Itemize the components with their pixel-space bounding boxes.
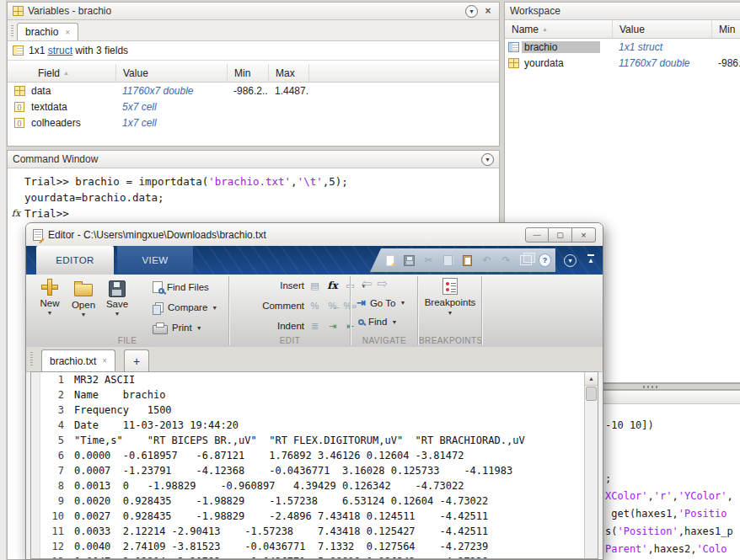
code-line[interactable]: 60.0000 -0.618957 -6.87121 1.76892 3.461…	[31, 448, 598, 463]
undo-icon[interactable]: ↶	[480, 254, 493, 267]
breakpoints-section-label: BREAKPOINTS	[419, 336, 481, 345]
breakpoint-alley[interactable]	[31, 493, 40, 509]
new-document-tab[interactable]: +	[124, 349, 149, 371]
editor-title-bar[interactable]: Editor - C:\Users\mingxue\Downloads\brac…	[26, 223, 603, 246]
open-button[interactable]: Open▼	[67, 278, 100, 330]
window-controls: — ▢ ×	[525, 227, 596, 243]
insert-fx-icon[interactable]: fx	[325, 279, 340, 292]
breakpoint-alley[interactable]	[31, 509, 40, 524]
breakpoint-alley[interactable]	[31, 433, 40, 448]
docstrip-grip[interactable]	[30, 352, 33, 365]
table-row[interactable]: yourdata11760x7 double-986.2...	[505, 55, 740, 71]
new-script-icon[interactable]	[383, 254, 396, 267]
command-window-body[interactable]: Trial>> brachio = importdata('brachio.tx…	[8, 168, 499, 221]
struct-link[interactable]: struct	[48, 45, 72, 56]
struct-icon	[508, 42, 519, 52]
insert-row[interactable]: Insert ▤ fx ▭ ▼	[230, 279, 367, 292]
indent-right-icon[interactable]: ⇥	[325, 319, 340, 333]
tab-view[interactable]: VIEW	[117, 246, 193, 275]
cut-icon[interactable]: ✂	[422, 254, 435, 267]
breakpoint-alley[interactable]	[31, 387, 40, 403]
save-icon[interactable]	[403, 254, 416, 267]
panel-close-icon[interactable]	[482, 5, 494, 17]
code-line[interactable]: 3Frequency 1500	[31, 403, 598, 418]
maximize-button[interactable]: ▢	[549, 227, 572, 243]
code-line[interactable]: 110.0033 2.12214 -2.90413 -1.57238 7.434…	[31, 524, 598, 539]
code-line[interactable]: 130.0047 2.12214 -3.20783 -0.0436771 5.8…	[31, 554, 598, 559]
splitter-grip-icon[interactable]	[643, 386, 658, 388]
code-line[interactable]: 70.0007 -1.23791 -4.12368 -0.0436771 3.1…	[31, 463, 598, 478]
breakpoint-alley[interactable]	[31, 418, 40, 433]
col-min: Min	[234, 67, 250, 79]
copy-icon[interactable]	[442, 254, 454, 267]
workspace-column-header[interactable]: Name Value Min	[505, 20, 740, 39]
code-line[interactable]: 4Date 11-03-2013 19:44:20	[31, 418, 598, 433]
table-row[interactable]: brachio1x1 struct	[505, 39, 740, 55]
code-line[interactable]: 1MR32 ASCII	[31, 372, 598, 387]
breakpoint-alley[interactable]	[31, 539, 40, 554]
scroll-thumb[interactable]	[586, 387, 597, 401]
variables-summary-row: 1x1 struct with 3 fields	[8, 41, 499, 61]
breakpoint-alley[interactable]	[31, 524, 40, 539]
editor-toolbar: New▼ Open▼ Save▼ Find Files Compare▼ Pri…	[26, 275, 603, 348]
code-line[interactable]: 120.0040 2.74109 -3.81523 -0.0436771 7.1…	[31, 539, 598, 554]
code-line[interactable]: 100.0027 0.928435 -1.98829 -2.4896 7.434…	[31, 509, 598, 524]
breakpoint-alley[interactable]	[31, 372, 40, 387]
comment-icon[interactable]: %	[308, 299, 322, 312]
breakpoints-button[interactable]: Breakpoints ▼	[422, 278, 478, 316]
variables-summary: 1x1 struct with 3 fields	[29, 45, 128, 56]
line-number: 8	[40, 480, 64, 492]
find-files-button[interactable]: Find Files	[153, 279, 209, 296]
field-name: data	[31, 85, 115, 97]
doc-tab-brachio[interactable]: brachio.txt ×	[41, 349, 115, 371]
variables-column-header[interactable]: Field Value Min Max	[8, 64, 499, 83]
compare-button[interactable]: Compare▼	[153, 299, 217, 316]
uncomment-icon[interactable]: %̶	[325, 299, 340, 312]
code-line[interactable]: 2Name brachio	[31, 387, 598, 403]
editor-content[interactable]: 1MR32 ASCII2Name brachio3Frequency 15004…	[30, 371, 598, 559]
switch-windows-icon[interactable]	[519, 254, 532, 267]
back-forward-icons[interactable]: ⇦⇨	[362, 276, 393, 291]
tabstrip-grip[interactable]	[11, 25, 13, 37]
editor-scrollbar[interactable]: ▲	[584, 372, 598, 558]
table-row[interactable]: textdata5x7 cell	[8, 99, 499, 115]
new-button[interactable]: New▼	[33, 278, 67, 330]
panel-menu-icon[interactable]	[465, 5, 478, 18]
smart-indent-icon[interactable]: ≣	[308, 319, 322, 333]
doc-tab-close-icon[interactable]: ×	[102, 356, 107, 365]
close-button[interactable]: ×	[572, 227, 596, 243]
panel-menu-icon[interactable]	[481, 153, 494, 166]
cell-icon	[14, 102, 24, 112]
tab-brachio[interactable]: brachio ×	[17, 23, 78, 40]
code-line[interactable]: 5"Time,s" "RT BICEPS BR.,uV" "RT FLEX.DI…	[31, 433, 598, 448]
goto-button[interactable]: ⇥ Go To▼	[357, 296, 405, 309]
cell-icon	[14, 118, 24, 128]
breakpoint-alley[interactable]	[31, 554, 40, 559]
breakpoint-alley[interactable]	[31, 448, 40, 463]
indent-row[interactable]: Indent ≣ ⇥ ⇤	[230, 319, 357, 333]
insert-section-icon[interactable]: ▤	[308, 279, 322, 292]
tab-close-icon[interactable]: ×	[65, 28, 70, 37]
paste-icon[interactable]	[461, 254, 474, 267]
comment-row[interactable]: Comment % %̶ %»	[230, 299, 357, 312]
code-line[interactable]: 90.0020 0.928435 -1.98829 -1.57238 6.531…	[31, 493, 598, 509]
redo-icon[interactable]: ↷	[500, 254, 512, 267]
print-button[interactable]: Print▼	[153, 319, 202, 336]
scroll-up-icon[interactable]: ▲	[585, 372, 598, 386]
breakpoint-alley[interactable]	[31, 463, 40, 478]
table-row[interactable]: colheaders1x7 cell	[8, 115, 499, 131]
ribbon-collapse-icon[interactable]	[587, 254, 594, 264]
row-icon-cell	[505, 42, 522, 52]
save-button[interactable]: Save▼	[100, 278, 134, 330]
find-button[interactable]: Find▼	[358, 317, 397, 327]
help-icon[interactable]: ?	[539, 254, 551, 267]
breakpoint-alley[interactable]	[31, 478, 40, 493]
command-line[interactable]: fxTrial>>	[8, 205, 499, 221]
breakpoint-alley[interactable]	[31, 403, 40, 418]
ribbon-menu-icon[interactable]	[564, 254, 576, 267]
code-line[interactable]: 80.0013 0 -1.98829 -0.960897 4.39429 0.1…	[31, 478, 598, 493]
table-row[interactable]: data11760x7 double-986.2...1.4487...	[8, 83, 499, 99]
line-number: 2	[40, 389, 64, 401]
minimize-button[interactable]: —	[525, 227, 549, 243]
tab-editor[interactable]: EDITOR	[36, 246, 114, 275]
